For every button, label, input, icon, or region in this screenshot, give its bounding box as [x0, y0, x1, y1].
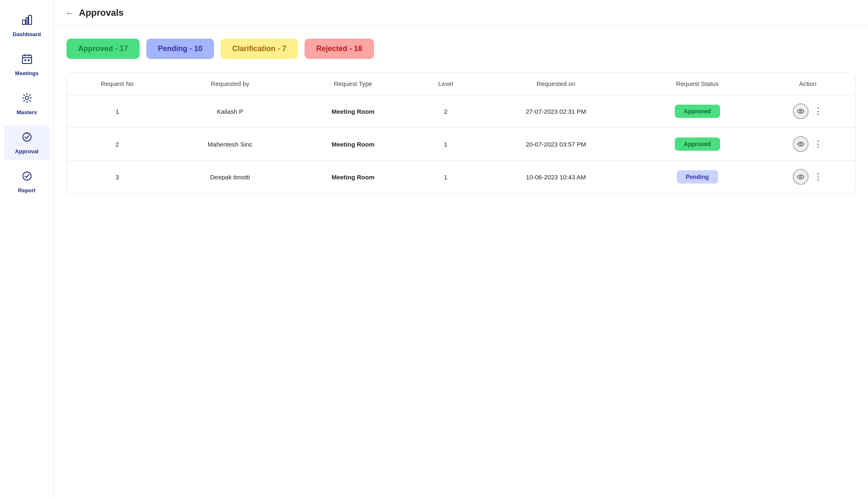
cell-requested-by: Kailash P — [168, 95, 293, 128]
cell-level: 1 — [413, 128, 477, 161]
col-request-type: Request Type — [293, 73, 414, 95]
view-button[interactable] — [793, 169, 809, 185]
cell-status: Approved — [634, 128, 760, 161]
svg-rect-3 — [22, 55, 32, 64]
cell-requested-by: Mahentesh Sinc — [168, 128, 293, 161]
cell-request-type: Meeting Room — [293, 161, 414, 193]
cell-request-type: Meeting Room — [293, 128, 414, 161]
cell-request-no: 3 — [67, 161, 168, 193]
table-header-row: Request No Requested by Request Type Lev… — [67, 73, 855, 95]
col-request-no: Request No — [67, 73, 168, 95]
cell-status: Pending — [634, 161, 760, 193]
sidebar-item-masters[interactable]: Masters — [4, 86, 50, 121]
table-row: 2 Mahentesh Sinc Meeting Room 1 20-07-20… — [67, 128, 855, 161]
svg-point-9 — [25, 96, 29, 100]
svg-point-13 — [800, 110, 802, 113]
content-area: Approved - 17 Pending - 10 Clarification… — [54, 26, 868, 497]
more-options-button[interactable]: ⋮ — [814, 172, 823, 181]
status-badge: Approved — [675, 137, 720, 151]
cell-action: ⋮ — [760, 128, 855, 161]
svg-rect-1 — [26, 17, 28, 24]
svg-rect-0 — [22, 20, 25, 24]
stat-approved[interactable]: Approved - 17 — [66, 39, 140, 59]
masters-icon — [21, 92, 33, 107]
col-action: Action — [760, 73, 855, 95]
sidebar: Dashboard Meetings Masters — [0, 0, 54, 497]
col-level: Level — [413, 73, 477, 95]
svg-point-15 — [800, 176, 802, 178]
page-title: Approvals — [79, 7, 124, 18]
sidebar-item-dashboard-label: Dashboard — [13, 31, 41, 37]
stats-row: Approved - 17 Pending - 10 Clarification… — [66, 39, 856, 59]
svg-rect-7 — [25, 59, 26, 61]
view-button[interactable] — [793, 103, 809, 119]
stat-pending[interactable]: Pending - 10 — [146, 39, 214, 59]
sidebar-item-report-label: Report — [18, 187, 36, 193]
sidebar-item-report[interactable]: Report — [4, 164, 50, 199]
back-button[interactable]: ← — [66, 9, 74, 17]
col-request-status: Request Status — [634, 73, 760, 95]
col-requested-by: Requested by — [168, 73, 293, 95]
cell-requested-on: 10-06-2023 10:43 AM — [478, 161, 634, 193]
col-requested-on: Requested on — [478, 73, 634, 95]
approvals-table-container: Request No Requested by Request Type Lev… — [66, 72, 856, 193]
cell-level: 2 — [413, 95, 477, 128]
table-row: 3 Deepak timotti Meeting Room 1 10-06-20… — [67, 161, 855, 193]
cell-action: ⋮ — [760, 161, 855, 193]
view-button[interactable] — [793, 136, 809, 152]
dashboard-icon — [21, 14, 33, 29]
cell-request-no: 1 — [67, 95, 168, 128]
table-row: 1 Kailash P Meeting Room 2 27-07-2023 02… — [67, 95, 855, 128]
cell-status: Approved — [634, 95, 760, 128]
cell-request-no: 2 — [67, 128, 168, 161]
cell-requested-by: Deepak timotti — [168, 161, 293, 193]
more-options-button[interactable]: ⋮ — [814, 107, 823, 116]
sidebar-item-masters-label: Masters — [17, 109, 37, 115]
status-badge: Pending — [677, 170, 718, 184]
more-options-button[interactable]: ⋮ — [814, 140, 823, 149]
cell-request-type: Meeting Room — [293, 95, 414, 128]
sidebar-item-approval-label: Approval — [15, 148, 38, 154]
cell-requested-on: 27-07-2023 02:31 PM — [478, 95, 634, 128]
sidebar-item-meetings[interactable]: Meetings — [4, 47, 50, 82]
cell-action: ⋮ — [760, 95, 855, 128]
approvals-table: Request No Requested by Request Type Lev… — [67, 73, 855, 193]
report-icon — [21, 170, 33, 185]
main-content: ← Approvals Approved - 17 Pending - 10 C… — [54, 0, 868, 497]
status-badge: Approved — [675, 105, 720, 118]
svg-rect-2 — [29, 15, 32, 24]
sidebar-item-dashboard[interactable]: Dashboard — [4, 8, 50, 43]
meetings-icon — [21, 53, 33, 68]
approval-icon — [21, 131, 33, 146]
svg-point-14 — [800, 143, 802, 145]
cell-level: 1 — [413, 161, 477, 193]
page-header: ← Approvals — [54, 0, 868, 26]
svg-point-12 — [23, 172, 31, 180]
sidebar-item-approval[interactable]: Approval — [4, 125, 50, 160]
svg-rect-8 — [28, 59, 30, 61]
stat-clarification[interactable]: Clarification - 7 — [221, 39, 298, 59]
cell-requested-on: 20-07-2023 03:57 PM — [478, 128, 634, 161]
stat-rejected[interactable]: Rejected - 18 — [305, 39, 374, 59]
sidebar-item-meetings-label: Meetings — [15, 70, 38, 76]
